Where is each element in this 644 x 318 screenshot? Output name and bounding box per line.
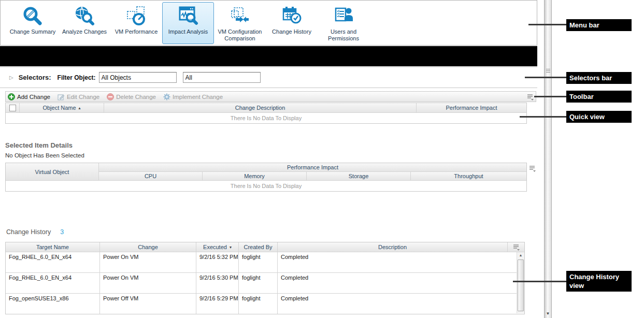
delete-change-button[interactable]: Delete Change [107, 93, 156, 100]
impact-analysis-page: Change Summary Analyze Changes [0, 0, 644, 318]
add-icon [8, 93, 15, 100]
column-group-performance-impact: Performance Impact [99, 163, 526, 172]
column-header-description[interactable]: Description [278, 242, 508, 252]
vm-configuration-comparison-icon [230, 5, 250, 27]
selectors-bar: ▷ Selectors: Filter Object: [0, 67, 537, 88]
redacted-banner [0, 46, 537, 66]
grid-customizer-icon[interactable] [528, 165, 536, 172]
implement-change-label: Implement Change [173, 94, 223, 100]
filter-object-input[interactable] [99, 72, 177, 83]
menu-item-label: Analyze Changes [62, 28, 107, 35]
scroll-down-icon[interactable]: ▼ [545, 311, 551, 316]
selectors-title: Selectors: [19, 74, 51, 81]
menu-item-analyze-changes[interactable]: Analyze Changes [59, 2, 110, 44]
selected-item-details-title: Selected Item Details [5, 141, 73, 149]
change-history-heading: Change History3 [6, 228, 64, 236]
quick-view-empty-message: There Is No Data To Display [6, 113, 526, 123]
grid-customizer-icon[interactable] [512, 243, 520, 251]
quick-view-table: Object Name ▴ Change Description Perform… [5, 103, 527, 124]
change-history-title: Change History [6, 228, 51, 236]
annotation-quick-view: Quick view [566, 111, 632, 123]
menu-item-label: Change Summary [10, 28, 56, 35]
annotation-selectors-bar: Selectors bar [566, 72, 632, 84]
sort-asc-icon: ▴ [79, 106, 81, 110]
selectors-expander-icon[interactable]: ▷ [9, 75, 13, 80]
delete-change-label: Delete Change [116, 94, 156, 100]
menu-item-label: Change History [272, 28, 311, 35]
filter-object-label: Filter Object: [58, 74, 96, 81]
menu-item-label: Users and Permissions [318, 28, 369, 42]
menu-item-label: VM Performance [115, 28, 158, 35]
change-history-header: Target Name Change Executed ▾ Created By… [6, 242, 524, 252]
edit-icon [58, 93, 65, 100]
edit-change-label: Edit Change [67, 94, 99, 100]
delete-icon [107, 93, 114, 100]
column-header-object-name[interactable]: Object Name ▴ [20, 103, 104, 113]
column-header-target-name[interactable]: Target Name [6, 242, 100, 252]
callout-line-toolbar [534, 96, 566, 97]
menu-item-vm-configuration-comparison[interactable]: VM Configuration Comparison [214, 2, 266, 44]
implement-icon [163, 93, 170, 100]
menu-item-label: Impact Analysis [168, 28, 208, 35]
grid-customizer-icon[interactable] [526, 93, 534, 100]
change-history-table: Target Name Change Executed ▾ Created By… [5, 242, 525, 314]
callout-line-menu-bar [528, 24, 566, 25]
add-change-label: Add Change [17, 94, 50, 100]
column-header-storage[interactable]: Storage [307, 172, 411, 181]
menu-item-impact-analysis[interactable]: Impact Analysis [162, 2, 214, 44]
scroll-up-icon[interactable]: ▲ [517, 253, 524, 257]
column-header-executed[interactable]: Executed ▾ [196, 242, 239, 252]
column-header-change-description[interactable]: Change Description [104, 103, 417, 113]
change-toolbar: Add Change Edit Change Delete Change [5, 91, 536, 102]
column-header-memory[interactable]: Memory [203, 172, 307, 181]
filter-scope-input[interactable] [183, 72, 261, 83]
column-header-performance-impact[interactable]: Performance Impact [417, 103, 526, 113]
table-row[interactable]: Fog_RHEL_6.0_EN_x64 Power On VM 9/2/16 5… [6, 273, 524, 294]
details-empty-message: There Is No Data To Display [6, 181, 526, 191]
quick-view-header: Object Name ▴ Change Description Perform… [6, 103, 526, 113]
annotation-toolbar: Toolbar [566, 91, 632, 103]
menu-item-vm-performance[interactable]: VM Performance [110, 2, 162, 44]
callout-line-selectors-bar [525, 77, 566, 78]
column-header-created-by[interactable]: Created By [239, 242, 278, 252]
column-header-cpu[interactable]: CPU [99, 172, 203, 181]
sort-desc-icon: ▾ [230, 245, 232, 250]
implement-change-button[interactable]: Implement Change [163, 93, 223, 100]
annotation-menu-bar: Menu bar [566, 19, 632, 31]
page-scrollbar[interactable]: ▼ [544, 0, 552, 318]
select-all-checkbox[interactable] [9, 105, 16, 111]
impact-analysis-icon [178, 5, 198, 27]
users-permissions-icon [333, 5, 354, 27]
selected-item-details-table: Virtual Object Performance Impact CPU Me… [5, 163, 527, 192]
table-row[interactable]: Fog_RHEL_6.0_EN_x64 Power On VM 9/2/16 5… [6, 252, 524, 273]
table-row[interactable]: Fog_openSUSE13_x86 Power Off VM 9/2/16 5… [6, 294, 524, 314]
menu-item-change-summary[interactable]: Change Summary [7, 2, 59, 44]
menu-item-change-history[interactable]: Change History [266, 2, 318, 44]
select-all-cell [6, 103, 20, 113]
menu-bar: Change Summary Analyze Changes [0, 0, 537, 46]
vm-performance-icon [126, 5, 147, 27]
change-history-count: 3 [60, 228, 64, 236]
change-summary-icon [22, 5, 43, 27]
menu-item-users-and-permissions[interactable]: Users and Permissions [318, 2, 369, 44]
no-object-selected-text: No Object Has Been Selected [5, 152, 84, 158]
history-scrollbar-thumb[interactable] [518, 259, 524, 311]
annotation-change-history-view: Change History view [566, 271, 632, 292]
scrollbar-grip[interactable] [546, 69, 550, 74]
column-header-virtual-object[interactable]: Virtual Object [6, 163, 99, 181]
change-history-icon [281, 5, 302, 27]
history-customizer-cell [508, 242, 524, 252]
history-scrollbar[interactable]: ▲ [517, 252, 524, 313]
callout-line-change-history-view [513, 281, 566, 282]
column-header-throughput[interactable]: Throughput [411, 172, 526, 181]
callout-line-quick-view [520, 116, 566, 118]
analyze-changes-icon [74, 5, 95, 27]
column-header-change[interactable]: Change [100, 242, 196, 252]
add-change-button[interactable]: Add Change [8, 93, 50, 100]
menu-item-label: VM Configuration Comparison [214, 28, 265, 42]
edit-change-button[interactable]: Edit Change [58, 93, 99, 100]
